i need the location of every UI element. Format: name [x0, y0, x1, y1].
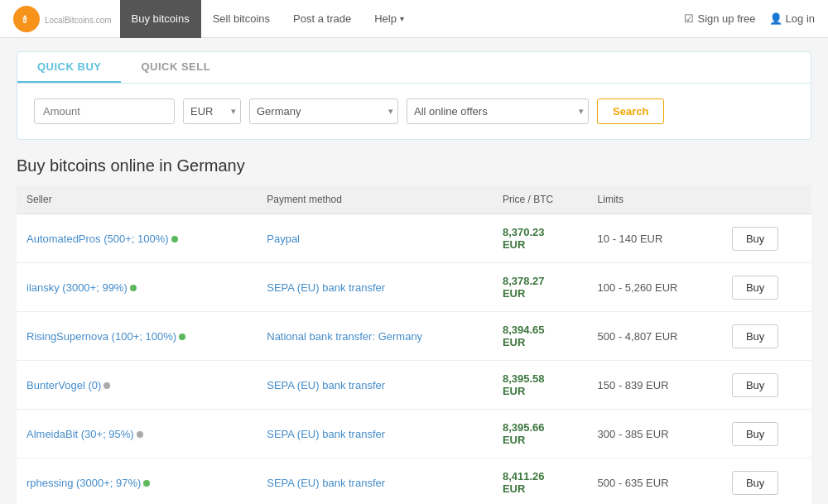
payment-cell: SEPA (EU) bank transfer [257, 263, 493, 312]
price-value: 8,378.27EUR [503, 275, 545, 300]
amount-input[interactable] [34, 98, 175, 124]
logo-icon: ₿ [13, 6, 40, 32]
online-indicator [143, 480, 150, 487]
checkbox-icon: ☑ [684, 12, 694, 25]
main-content: QUICK BUY QUICK SELL EUR USD GBP Germany… [0, 38, 828, 504]
nav-buy-bitcoins[interactable]: Buy bitcoins [120, 0, 201, 38]
seller-link[interactable]: AutomatedPros (500+; 100%) [26, 233, 169, 245]
table-row: AutomatedPros (500+; 100%) Paypal 8,370.… [17, 214, 811, 263]
nav-sell-bitcoins[interactable]: Sell bitcoins [201, 0, 282, 38]
limits-value: 100 - 5,260 EUR [598, 281, 678, 294]
country-select-wrap: Germany United States United Kingdom [249, 98, 398, 124]
user-icon: 👤 [769, 12, 782, 25]
buy-cell: Buy [722, 263, 811, 312]
logo[interactable]: ₿ LocalBitcoins.com [13, 6, 112, 32]
limits-cell: 500 - 4,807 EUR [588, 312, 722, 361]
quick-tabs: QUICK BUY QUICK SELL [17, 52, 811, 84]
sign-up-link[interactable]: ☑ Sign up free [684, 12, 755, 25]
price-cell: 8,378.27EUR [493, 263, 588, 312]
price-cell: 8,394.65EUR [493, 312, 588, 361]
method-select-wrap: All online offers Paypal SEPA (EU) bank … [407, 98, 589, 124]
table-header-row: Seller Payment method Price / BTC Limits [17, 185, 811, 214]
payment-method-link[interactable]: SEPA (EU) bank transfer [267, 477, 385, 489]
limits-cell: 10 - 140 EUR [588, 214, 722, 263]
seller-cell: rphessing (3000+; 97%) [17, 458, 257, 505]
payment-method-link[interactable]: SEPA (EU) bank transfer [267, 281, 385, 294]
tab-quick-sell[interactable]: QUICK SELL [121, 52, 230, 83]
buy-button[interactable]: Buy [732, 373, 778, 397]
buy-cell: Buy [722, 361, 811, 410]
payment-method-link[interactable]: SEPA (EU) bank transfer [267, 428, 385, 440]
buy-button[interactable]: Buy [732, 276, 778, 300]
payment-method-link[interactable]: SEPA (EU) bank transfer [267, 379, 385, 391]
col-seller: Seller [17, 185, 257, 214]
svg-point-0 [21, 12, 33, 25]
limits-value: 500 - 635 EUR [598, 477, 669, 489]
price-cell: 8,411.26EUR [493, 458, 588, 505]
tab-quick-buy[interactable]: QUICK BUY [17, 52, 121, 83]
limits-value: 500 - 4,807 EUR [598, 330, 678, 343]
limits-value: 150 - 839 EUR [598, 379, 669, 391]
table-row: ilansky (3000+; 99%) SEPA (EU) bank tran… [17, 263, 811, 312]
buy-button[interactable]: Buy [732, 422, 778, 446]
table-row: rphessing (3000+; 97%) SEPA (EU) bank tr… [17, 458, 811, 505]
nav-items: Buy bitcoins Sell bitcoins Post a trade … [120, 0, 685, 38]
limits-cell: 150 - 839 EUR [588, 361, 722, 410]
buy-cell: Buy [722, 312, 811, 361]
offers-table: Seller Payment method Price / BTC Limits… [17, 185, 811, 504]
seller-link[interactable]: AlmeidaBit (30+; 95%) [26, 428, 134, 440]
col-action [722, 185, 811, 214]
payment-cell: SEPA (EU) bank transfer [257, 458, 493, 505]
search-button[interactable]: Search [597, 98, 664, 124]
col-price: Price / BTC [493, 185, 588, 214]
buy-button[interactable]: Buy [732, 227, 778, 251]
method-select[interactable]: All online offers Paypal SEPA (EU) bank … [407, 98, 589, 124]
online-indicator [171, 236, 178, 242]
price-value: 8,395.58EUR [503, 372, 545, 397]
payment-cell: National bank transfer: Germany [257, 312, 493, 361]
offline-indicator [137, 431, 143, 438]
price-value: 8,395.66EUR [503, 421, 545, 446]
chevron-down-icon: ▾ [400, 14, 404, 23]
seller-cell: BunterVogel (0) [17, 361, 257, 410]
limits-value: 10 - 140 EUR [598, 233, 663, 245]
seller-link[interactable]: rphessing (3000+; 97%) [26, 477, 141, 489]
table-row: BunterVogel (0) SEPA (EU) bank transfer … [17, 361, 811, 410]
top-navigation: ₿ LocalBitcoins.com Buy bitcoins Sell bi… [0, 0, 828, 38]
offline-indicator [104, 382, 110, 389]
payment-method-link[interactable]: National bank transfer: Germany [267, 330, 422, 343]
seller-cell: ilansky (3000+; 99%) [17, 263, 257, 312]
limits-value: 300 - 385 EUR [598, 428, 669, 440]
payment-cell: SEPA (EU) bank transfer [257, 361, 493, 410]
buy-cell: Buy [722, 214, 811, 263]
col-payment: Payment method [257, 185, 493, 214]
log-in-link[interactable]: 👤 Log in [769, 12, 815, 25]
online-indicator [130, 285, 137, 291]
price-value: 8,370.23EUR [503, 226, 545, 251]
price-cell: 8,395.66EUR [493, 410, 588, 458]
payment-cell: Paypal [257, 214, 493, 263]
limits-cell: 300 - 385 EUR [588, 410, 722, 458]
buy-button[interactable]: Buy [732, 471, 778, 495]
nav-post-trade[interactable]: Post a trade [282, 0, 363, 38]
price-value: 8,394.65EUR [503, 324, 545, 348]
table-row: AlmeidaBit (30+; 95%) SEPA (EU) bank tra… [17, 410, 811, 458]
limits-cell: 500 - 635 EUR [588, 458, 722, 505]
seller-cell: RisingSupernova (100+; 100%) [17, 312, 257, 361]
nav-help[interactable]: Help ▾ [363, 0, 416, 38]
country-select[interactable]: Germany United States United Kingdom [249, 98, 398, 124]
nav-right: ☑ Sign up free 👤 Log in [684, 12, 815, 25]
currency-select-wrap: EUR USD GBP [183, 98, 241, 124]
seller-link[interactable]: RisingSupernova (100+; 100%) [26, 330, 176, 343]
buy-button[interactable]: Buy [732, 324, 778, 348]
buy-cell: Buy [722, 410, 811, 458]
limits-cell: 100 - 5,260 EUR [588, 263, 722, 312]
seller-link[interactable]: BunterVogel (0) [26, 379, 101, 391]
seller-cell: AutomatedPros (500+; 100%) [17, 214, 257, 263]
logo-text: LocalBitcoins.com [45, 12, 112, 26]
currency-select[interactable]: EUR USD GBP [183, 98, 241, 124]
payment-method-link[interactable]: Paypal [267, 233, 300, 245]
price-value: 8,411.26EUR [503, 470, 545, 495]
seller-link[interactable]: ilansky (3000+; 99%) [26, 281, 128, 294]
quick-box: QUICK BUY QUICK SELL EUR USD GBP Germany… [17, 51, 811, 140]
